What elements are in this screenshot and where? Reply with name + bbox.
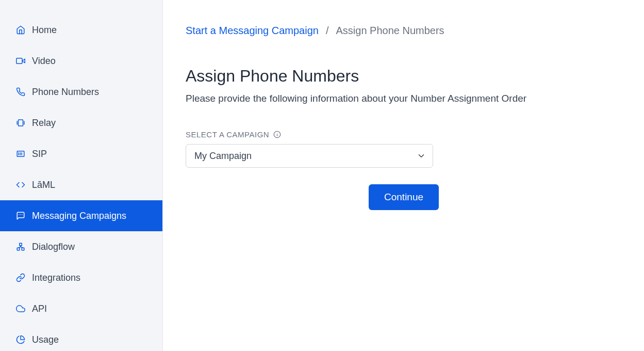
sidebar-item-label: Phone Numbers (32, 87, 99, 98)
breadcrumb-separator: / (326, 25, 329, 37)
svg-rect-1 (16, 58, 22, 64)
select-campaign-label-text: SELECT A CAMPAIGN (186, 130, 269, 139)
sidebar-item-label: API (32, 304, 47, 314)
sip-icon (15, 149, 26, 159)
svg-line-17 (21, 247, 23, 248)
sidebar-item-label: Video (32, 56, 56, 67)
button-row: Continue (186, 184, 619, 210)
breadcrumb: Start a Messaging Campaign / Assign Phon… (186, 25, 619, 37)
sidebar-item-dialogflow[interactable]: Dialogflow (0, 231, 162, 262)
sidebar-item-label: Home (32, 25, 57, 36)
pie-chart-icon (15, 334, 26, 345)
sidebar-item-api[interactable]: API (0, 293, 162, 324)
link-icon (15, 273, 26, 283)
campaign-select-value: My Campaign (186, 144, 433, 168)
sidebar-item-label: SIP (32, 149, 47, 159)
message-icon (15, 211, 26, 221)
relay-icon (15, 118, 26, 128)
main-content: Start a Messaging Campaign / Assign Phon… (163, 0, 644, 351)
sidebar-item-label: Dialogflow (32, 242, 75, 252)
code-icon (15, 180, 26, 190)
sidebar-item-label: Usage (32, 334, 59, 345)
sidebar: Home Video Phone Numbers Relay SIP LāML (0, 0, 163, 351)
continue-button[interactable]: Continue (369, 184, 439, 210)
svg-line-16 (19, 247, 21, 248)
breadcrumb-link[interactable]: Start a Messaging Campaign (186, 25, 319, 37)
page-title: Assign Phone Numbers (186, 67, 619, 86)
sidebar-item-home[interactable]: Home (0, 14, 162, 45)
sidebar-item-phone-numbers[interactable]: Phone Numbers (0, 76, 162, 107)
campaign-select[interactable]: My Campaign (186, 144, 433, 168)
svg-rect-2 (19, 120, 23, 126)
sidebar-item-label: Integrations (32, 273, 80, 283)
phone-icon (15, 87, 26, 97)
sidebar-item-label: Relay (32, 118, 56, 129)
video-icon (15, 56, 26, 66)
breadcrumb-current: Assign Phone Numbers (336, 25, 444, 37)
sidebar-item-relay[interactable]: Relay (0, 107, 162, 138)
cloud-icon (15, 304, 26, 314)
sidebar-item-integrations[interactable]: Integrations (0, 262, 162, 293)
info-icon[interactable] (273, 131, 281, 138)
page-subtitle: Please provide the following information… (186, 93, 619, 104)
dialogflow-icon (15, 242, 26, 252)
sidebar-item-messaging-campaigns[interactable]: Messaging Campaigns (0, 200, 162, 231)
sidebar-item-video[interactable]: Video (0, 45, 162, 76)
sidebar-item-label: LāML (32, 180, 55, 190)
home-icon (15, 25, 26, 35)
sidebar-item-usage[interactable]: Usage (0, 324, 162, 351)
sidebar-item-laml[interactable]: LāML (0, 169, 162, 200)
sidebar-item-label: Messaging Campaigns (32, 211, 126, 221)
sidebar-item-sip[interactable]: SIP (0, 138, 162, 169)
svg-marker-0 (22, 59, 25, 63)
select-campaign-label: SELECT A CAMPAIGN (186, 130, 619, 139)
